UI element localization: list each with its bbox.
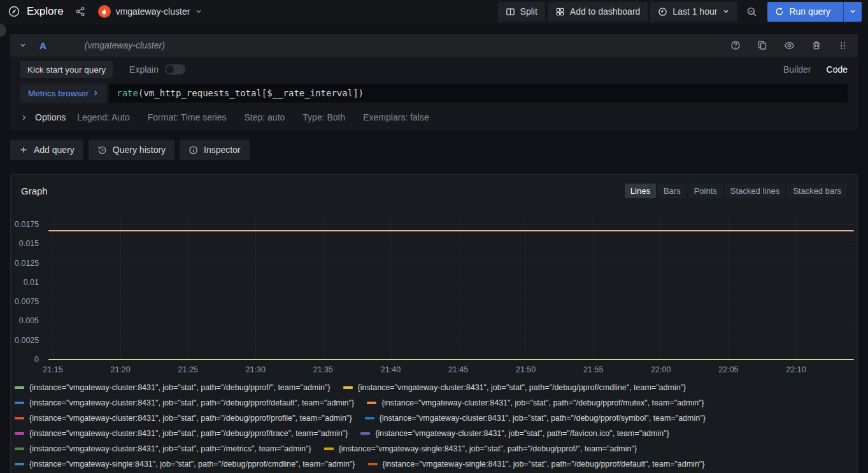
drag-handle[interactable] [837, 40, 849, 52]
graph-style-switcher: LinesBarsPointsStacked linesStacked bars [625, 184, 847, 198]
split-button[interactable]: Split [498, 2, 545, 22]
add-query-button[interactable]: Add query [10, 140, 83, 160]
collapse-query-icon[interactable] [19, 41, 27, 49]
explore-toolbar: Explore vmgateway-cluster Split [0, 0, 868, 24]
legend-series-label: {instance="vmgateway-single:8431", job="… [339, 444, 637, 453]
prometheus-datasource-icon [98, 5, 111, 18]
legend-item[interactable]: {instance="vmgateway-cluster:8431", job=… [360, 427, 669, 439]
legend-item[interactable]: {instance="vmgateway-single:8431", job="… [324, 442, 637, 455]
x-gridline [458, 217, 459, 360]
history-icon [97, 145, 107, 155]
copy-icon [757, 40, 767, 50]
promql-expression-input[interactable]: rate(vm_http_requests_total[$__rate_inte… [109, 84, 848, 103]
x-gridline [796, 217, 797, 360]
x-axis-tick-label: 21:30 [239, 365, 271, 374]
legend-item[interactable]: {instance="vmgateway-cluster:8431", job=… [15, 397, 354, 409]
legend-series-label: {instance="vmgateway-cluster:8431", job=… [29, 444, 311, 453]
legend-item[interactable]: {instance="vmgateway-cluster:8431", job=… [15, 412, 352, 424]
share-shortlink-button[interactable] [73, 4, 88, 19]
legend-series-label: {instance="vmgateway-cluster:8431", job=… [29, 429, 348, 438]
graph-mode-stacked-lines[interactable]: Stacked lines [725, 184, 785, 198]
secondary-actions: Add query Query history Inspector [10, 140, 858, 160]
y-gridline [48, 302, 854, 302]
options-label[interactable]: Options [35, 112, 66, 122]
duplicate-query-button[interactable] [756, 39, 769, 52]
remove-query-button[interactable] [810, 39, 823, 52]
x-gridline [660, 217, 661, 360]
y-axis-tick-label: 0.0175 [15, 220, 39, 229]
x-axis-tick-label: 21:25 [172, 365, 204, 374]
graph-mode-stacked-bars[interactable]: Stacked bars [787, 184, 847, 198]
graph-mode-points[interactable]: Points [688, 184, 723, 198]
query-row-header[interactable]: A (vmgateway-cluster) [10, 34, 858, 57]
time-range-picker[interactable]: Last 1 hour [650, 2, 737, 22]
inspector-button[interactable]: Inspector [180, 140, 250, 160]
query-history-button[interactable]: Query history [89, 140, 174, 160]
editor-mode-code[interactable]: Code [827, 64, 848, 75]
legend-series-label: {instance="vmgateway-cluster:8431", job=… [29, 398, 354, 407]
datasource-name: vmgateway-cluster [116, 6, 190, 17]
zoom-out-button[interactable] [744, 4, 760, 20]
legend-item[interactable]: {instance="vmgateway-single:8431", job="… [15, 458, 355, 470]
sync-icon [775, 7, 784, 16]
y-axis-tick-label: 0.005 [15, 316, 39, 325]
plot-area[interactable] [48, 217, 854, 360]
legend-series-color-swatch [15, 463, 24, 465]
expr-function: rate [117, 88, 138, 98]
x-axis-tick-label: 22:10 [780, 365, 812, 374]
explain-toggle[interactable] [165, 64, 185, 75]
x-gridline [188, 217, 189, 360]
legend-item[interactable]: {instance="vmgateway-cluster:8431", job=… [367, 397, 704, 409]
legend-item[interactable]: {instance="vmgateway-cluster:8431", job=… [15, 381, 331, 393]
query-help-button[interactable] [729, 39, 742, 52]
legend-series-label: {instance="vmgateway-cluster:8431", job=… [381, 398, 704, 407]
graph-mode-bars[interactable]: Bars [658, 184, 687, 198]
query-datasource-hint: (vmgateway-cluster) [85, 40, 165, 50]
time-series-chart[interactable]: 00.00250.0050.00750.010.01250.0150.01752… [15, 208, 855, 376]
legend-item[interactable]: {instance="vmgateway-cluster:8431", job=… [365, 412, 706, 424]
metrics-browser-button[interactable]: Metrics browser [20, 84, 106, 103]
legend-series-label: {instance="vmgateway-cluster:8431", job=… [380, 414, 706, 423]
legend-series-color-swatch [15, 448, 24, 450]
legend-series-color-swatch [367, 402, 376, 404]
apps-grid-icon [555, 7, 565, 17]
x-gridline [255, 217, 256, 360]
legend-item[interactable]: {instance="vmgateway-cluster:8431", job=… [343, 381, 687, 393]
x-axis-tick-label: 21:50 [510, 365, 542, 374]
legend-item[interactable]: {instance="vmgateway-cluster:8431", job=… [15, 427, 348, 439]
editor-mode-switch: Builder Code [783, 64, 848, 75]
options-expand-icon[interactable] [20, 114, 27, 121]
graph-panel-title: Graph [21, 186, 48, 196]
x-axis-tick-label: 21:35 [307, 365, 339, 374]
query-option-summary: Step: auto [244, 112, 285, 122]
run-query-dropdown[interactable] [843, 2, 862, 22]
run-query-button[interactable]: Run query [767, 2, 862, 22]
metrics-browser-label: Metrics browser [28, 89, 89, 98]
graph-mode-lines[interactable]: Lines [625, 184, 656, 198]
y-axis-tick-label: 0.01 [15, 278, 39, 287]
legend-item[interactable]: {instance="vmgateway-cluster:8431", job=… [15, 442, 311, 455]
datasource-picker[interactable]: vmgateway-cluster [98, 5, 203, 18]
legend-series-color-swatch [324, 448, 334, 450]
legend-item[interactable]: {instance="vmgateway-single:8431", job="… [368, 458, 705, 470]
chevron-down-icon [195, 8, 203, 15]
y-axis-tick-label: 0.0125 [15, 259, 39, 268]
sidebar-edge-notch [0, 24, 6, 37]
clock-icon [658, 7, 667, 17]
y-axis-tick-label: 0.0025 [15, 336, 39, 345]
legend-series-label: {instance="vmgateway-single:8431", job="… [29, 460, 355, 469]
add-to-dashboard-button[interactable]: Add to dashboard [548, 2, 648, 22]
share-icon [75, 6, 85, 17]
page-title: Explore [27, 5, 64, 18]
x-gridline [728, 217, 729, 360]
y-gridline [48, 263, 854, 263]
y-gridline [48, 340, 854, 340]
toggle-visibility-button[interactable] [783, 39, 796, 52]
kick-start-query-button[interactable]: Kick start your query [20, 61, 113, 78]
editor-mode-builder[interactable]: Builder [783, 64, 811, 75]
x-axis-tick-label: 21:20 [104, 365, 136, 374]
query-option-summary: Type: Both [302, 112, 345, 122]
toggle-knob [166, 66, 174, 73]
grip-dots-icon [838, 41, 848, 50]
x-gridline [390, 217, 391, 360]
